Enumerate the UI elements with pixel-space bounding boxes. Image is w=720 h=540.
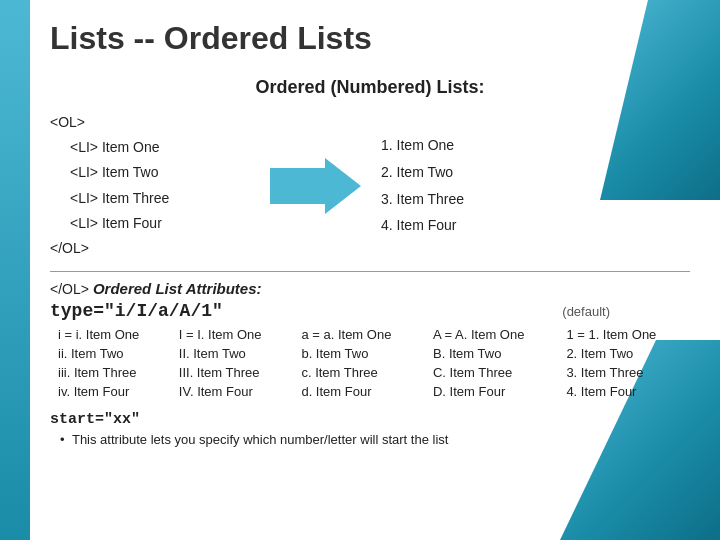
section-subtitle: Ordered (Numbered) Lists: (50, 77, 690, 98)
close-tag: </OL> (50, 236, 270, 261)
cell-I-4: IV. Item Four (171, 382, 294, 401)
start-description: • This attribute lets you specify which … (60, 432, 690, 447)
type-row: type="i/I/a/A/1" (default) (50, 301, 690, 321)
cell-a-3: c. Item Three (293, 363, 425, 382)
table-row: ii. Item Two II. Item Two b. Item Two B.… (50, 344, 690, 363)
table-row: iv. Item Four IV. Item Four d. Item Four… (50, 382, 690, 401)
list-item-1: <LI> Item One (50, 135, 270, 160)
table-row: i = i. Item One I = I. Item One a = a. I… (50, 325, 690, 344)
result-item-4: 4. Item Four (381, 212, 690, 239)
cell-i-1: i = i. Item One (50, 325, 171, 344)
cell-i-2: ii. Item Two (50, 344, 171, 363)
result-item-2: 2. Item Two (381, 159, 690, 186)
cell-1-1: 1 = 1. Item One (558, 325, 690, 344)
numbered-result: 1. Item One 2. Item Two 3. Item Three 4.… (361, 132, 690, 238)
start-code-label: start="xx" (50, 411, 690, 428)
cell-i-3: iii. Item Three (50, 363, 171, 382)
result-item-1: 1. Item One (381, 132, 690, 159)
cell-a-2: b. Item Two (293, 344, 425, 363)
section-divider (50, 271, 690, 272)
default-label: (default) (562, 304, 610, 319)
type-attribute-label: type="i/I/a/A/1" (50, 301, 223, 321)
cell-A-1: A = A. Item One (425, 325, 558, 344)
cell-I-3: III. Item Three (171, 363, 294, 382)
cell-A-4: D. Item Four (425, 382, 558, 401)
result-item-3: 3. Item Three (381, 186, 690, 213)
cell-a-4: d. Item Four (293, 382, 425, 401)
cell-i-4: iv. Item Four (50, 382, 171, 401)
table-row: iii. Item Three III. Item Three c. Item … (50, 363, 690, 382)
code-block: <OL> <LI> Item One <LI> Item Two <LI> It… (50, 110, 270, 261)
list-item-4: <LI> Item Four (50, 211, 270, 236)
cell-1-4: 4. Item Four (558, 382, 690, 401)
cell-a-1: a = a. Item One (293, 325, 425, 344)
arrow-indicator (270, 158, 361, 214)
start-description-text: This attribute lets you specify which nu… (72, 432, 448, 447)
list-item-2: <LI> Item Two (50, 160, 270, 185)
close-tag-inline: </OL> (50, 281, 89, 297)
attribute-table: i = i. Item One I = I. Item One a = a. I… (50, 325, 690, 401)
cell-I-1: I = I. Item One (171, 325, 294, 344)
page-title: Lists -- Ordered Lists (50, 20, 690, 57)
cell-1-2: 2. Item Two (558, 344, 690, 363)
cell-I-2: II. Item Two (171, 344, 294, 363)
bullet-icon: • (60, 432, 65, 447)
attributes-header-label: Ordered List Attributes: (93, 280, 262, 297)
list-item-3: <LI> Item Three (50, 186, 270, 211)
start-section: start="xx" • This attribute lets you spe… (50, 411, 690, 447)
cell-1-3: 3. Item Three (558, 363, 690, 382)
cell-A-2: B. Item Two (425, 344, 558, 363)
cell-A-3: C. Item Three (425, 363, 558, 382)
open-tag: <OL> (50, 110, 270, 135)
